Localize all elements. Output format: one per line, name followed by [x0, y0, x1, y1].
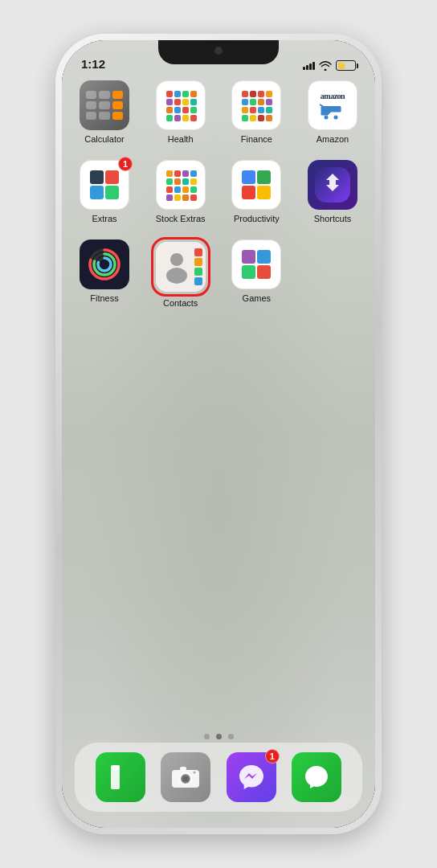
svg-rect-59 [190, 194, 197, 201]
svg-rect-4 [190, 91, 197, 97]
svg-rect-40 [105, 170, 119, 184]
notch [158, 40, 279, 64]
stock-extras-icon [156, 160, 206, 210]
svg-rect-25 [266, 99, 272, 105]
svg-rect-9 [166, 107, 173, 113]
app-item-finance[interactable]: Finance [227, 80, 286, 144]
app-item-games[interactable]: Games [227, 240, 286, 308]
svg-point-78 [170, 253, 183, 266]
svg-rect-30 [242, 115, 248, 121]
svg-rect-26 [242, 107, 248, 113]
svg-rect-52 [166, 186, 173, 193]
app-item-amazon[interactable]: amazon Amazon [303, 80, 362, 144]
page-dots [62, 734, 375, 739]
svg-rect-11 [182, 107, 189, 113]
svg-rect-75 [194, 258, 202, 266]
svg-rect-49 [174, 178, 181, 185]
svg-rect-15 [182, 115, 189, 121]
games-label: Games [243, 293, 271, 303]
app-item-stock-extras[interactable]: Stock Extras [151, 160, 210, 223]
extras-label: Extras [92, 214, 116, 223]
svg-rect-84 [257, 265, 271, 279]
app-item-empty [303, 240, 362, 308]
svg-rect-27 [250, 107, 256, 113]
svg-rect-6 [174, 99, 181, 105]
svg-rect-63 [242, 186, 255, 199]
svg-point-35 [324, 115, 328, 119]
svg-rect-23 [250, 99, 256, 105]
app-grid: Calculator [62, 80, 375, 324]
games-icon [231, 240, 281, 289]
app-item-fitness[interactable]: Fitness [75, 240, 134, 308]
app-item-productivity[interactable]: Productivity [227, 160, 286, 223]
app-row-1: Calculator [75, 80, 362, 144]
svg-rect-16 [190, 115, 197, 121]
contacts-label: Contacts [163, 298, 198, 308]
svg-rect-29 [266, 107, 272, 113]
svg-rect-13 [166, 115, 173, 121]
calculator-icon [80, 80, 129, 130]
app-item-shortcuts[interactable]: Shortcuts [303, 160, 362, 223]
shortcuts-icon [308, 160, 357, 210]
status-time: 1:12 [81, 57, 105, 71]
wifi-icon [319, 61, 332, 71]
svg-point-87 [182, 776, 189, 782]
page-dot-2 [228, 734, 234, 739]
dock: 1 [75, 743, 362, 812]
svg-rect-12 [190, 107, 197, 113]
svg-rect-54 [182, 186, 189, 193]
svg-rect-76 [194, 268, 202, 276]
svg-rect-83 [242, 265, 255, 279]
fitness-icon [80, 240, 129, 289]
app-item-calculator[interactable]: Calculator [75, 80, 134, 144]
svg-point-36 [333, 115, 337, 119]
svg-rect-39 [90, 170, 104, 184]
svg-rect-61 [242, 170, 255, 184]
amazon-icon: amazon [308, 80, 357, 130]
finance-icon [231, 80, 281, 130]
app-item-extras[interactable]: 1 Extras [75, 160, 134, 223]
svg-rect-48 [166, 178, 173, 185]
svg-rect-21 [266, 91, 272, 97]
svg-rect-2 [174, 91, 181, 97]
dock-messenger-container: 1 [227, 752, 276, 802]
calculator-label: Calculator [84, 134, 125, 144]
battery-icon [336, 60, 356, 71]
svg-rect-88 [180, 767, 186, 771]
svg-point-89 [194, 772, 196, 774]
svg-rect-7 [182, 99, 189, 105]
messenger-badge: 1 [265, 749, 280, 764]
svg-rect-64 [257, 186, 271, 199]
svg-rect-45 [174, 170, 181, 177]
app-row-3: Fitness [75, 240, 362, 308]
health-label: Health [168, 134, 194, 144]
page-dot-0 [204, 734, 210, 739]
svg-rect-57 [174, 194, 181, 201]
shortcuts-label: Shortcuts [314, 214, 351, 223]
svg-rect-24 [258, 99, 264, 105]
svg-rect-62 [257, 170, 271, 184]
stock-extras-label: Stock Extras [156, 214, 206, 223]
health-icon [156, 80, 206, 130]
dock-phone[interactable] [96, 752, 145, 802]
phone-frame: 1:12 [55, 34, 382, 834]
svg-rect-33 [266, 115, 272, 121]
svg-rect-74 [194, 248, 202, 256]
dock-messages[interactable] [292, 752, 341, 802]
svg-rect-3 [182, 91, 189, 97]
svg-rect-10 [174, 107, 181, 113]
svg-rect-58 [182, 194, 189, 201]
app-item-health[interactable]: Health [151, 80, 210, 144]
app-item-contacts[interactable]: Contacts [151, 240, 210, 308]
svg-rect-50 [182, 178, 189, 185]
page-dot-1 [216, 734, 222, 739]
productivity-icon [231, 160, 281, 210]
svg-rect-55 [190, 186, 197, 193]
status-icons [303, 60, 356, 71]
dock-camera[interactable] [161, 752, 210, 802]
fitness-label: Fitness [90, 293, 118, 303]
svg-rect-81 [242, 250, 255, 264]
svg-line-37 [320, 104, 324, 107]
svg-rect-1 [166, 91, 173, 97]
svg-rect-8 [190, 99, 197, 105]
